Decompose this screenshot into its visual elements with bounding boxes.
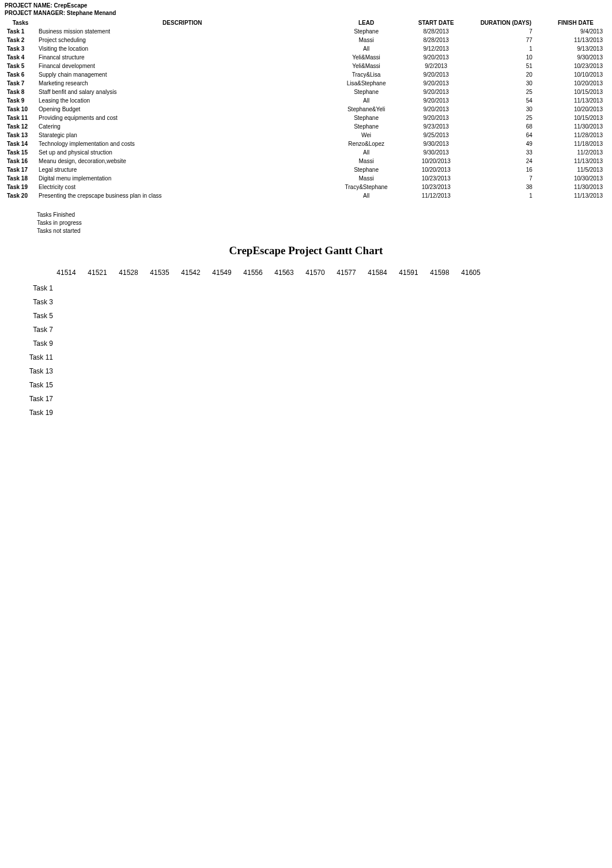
task-duration: 77	[468, 36, 544, 44]
task-finish-date: 10/15/2013	[544, 88, 607, 96]
task-duration: 64	[468, 131, 544, 139]
task-lead: All	[328, 148, 405, 157]
task-description: Set up and physical struction	[36, 148, 328, 157]
task-lead: Stephane&Yeli	[328, 105, 405, 114]
task-finish-date: 11/13/2013	[544, 191, 607, 200]
col-header-description: DESCRIPTION	[36, 18, 328, 27]
col-header-finish: FINISH DATE	[544, 18, 607, 27]
task-start-date: 9/23/2013	[405, 122, 468, 131]
task-description: Financal development	[36, 62, 328, 70]
table-header-row: Tasks DESCRIPTION LEAD START DATE DURATI…	[5, 18, 607, 27]
y-label: Task 13	[22, 364, 58, 378]
table-row: Task 20Presenting the crepscape business…	[5, 191, 607, 200]
table-row: Task 18Digital menu implementationMassi1…	[5, 174, 607, 183]
task-duration: 33	[468, 148, 544, 157]
task-id: Task 16	[5, 157, 36, 165]
task-start-date: 8/28/2013	[405, 27, 468, 36]
project-manager-value: Stephane Menand	[67, 10, 116, 16]
x-tick: 41542	[175, 269, 206, 277]
col-header-start: START DATE	[405, 18, 468, 27]
task-lead: Massi	[328, 157, 405, 165]
tasks-table: Tasks DESCRIPTION LEAD START DATE DURATI…	[5, 18, 607, 200]
y-label: Task 5	[22, 309, 58, 323]
x-tick: 41577	[331, 269, 362, 277]
task-id: Task 18	[5, 174, 36, 183]
task-id: Task 4	[5, 53, 36, 62]
task-id: Task 6	[5, 70, 36, 79]
table-row: Task 15Set up and physical structionAll9…	[5, 148, 607, 157]
task-lead: All	[328, 191, 405, 200]
task-description: Digital menu implementation	[36, 174, 328, 183]
task-finish-date: 10/30/2013	[544, 174, 607, 183]
task-lead: Wei	[328, 131, 405, 139]
task-finish-date: 11/13/2013	[544, 96, 607, 105]
task-duration: 25	[468, 88, 544, 96]
task-duration: 68	[468, 122, 544, 131]
task-description: Starategic plan	[36, 131, 328, 139]
task-description: Providing equipments and cost	[36, 114, 328, 122]
task-duration: 10	[468, 53, 544, 62]
x-tick: 41570	[300, 269, 331, 277]
task-description: Leasing the location	[36, 96, 328, 105]
table-row: Task 12CateringStephane9/23/20136811/30/…	[5, 122, 607, 131]
x-tick: 41584	[362, 269, 393, 277]
task-finish-date: 11/5/2013	[544, 165, 607, 174]
task-id: Task 14	[5, 139, 36, 148]
task-description: Technology implementation and costs	[36, 139, 328, 148]
table-row: Task 14Technology implementation and cos…	[5, 139, 607, 148]
x-tick: 41598	[424, 269, 455, 277]
x-tick: 41605	[455, 269, 486, 277]
task-start-date: 10/20/2013	[405, 157, 468, 165]
table-row: Task 8Staff benfit and salary analysisSt…	[5, 88, 607, 96]
task-duration: 54	[468, 96, 544, 105]
y-label: Task 9	[22, 337, 58, 350]
table-row: Task 9Leasing the locationAll9/20/201354…	[5, 96, 607, 105]
task-id: Task 5	[5, 62, 36, 70]
task-lead: Yeli&Massi	[328, 53, 405, 62]
table-row: Task 17Legal structureStephane10/20/2013…	[5, 165, 607, 174]
task-lead: All	[328, 96, 405, 105]
task-lead: Tracy&Stephane	[328, 183, 405, 191]
y-label: Task 7	[22, 323, 58, 337]
x-tick: 41563	[269, 269, 300, 277]
task-finish-date: 11/28/2013	[544, 131, 607, 139]
task-lead: Stephane	[328, 165, 405, 174]
table-row: Task 10Opening BudgetStephane&Yeli9/20/2…	[5, 105, 607, 114]
legend-in-progress: Tasks in progress	[37, 220, 607, 226]
table-row: Task 5Financal developmentYeli&Massi9/2/…	[5, 62, 607, 70]
task-lead: Stephane	[328, 114, 405, 122]
table-row: Task 19Electricity costTracy&Stephane10/…	[5, 183, 607, 191]
task-start-date: 9/30/2013	[405, 148, 468, 157]
col-header-duration: DURATION (DAYS)	[468, 18, 544, 27]
task-description: Legal structure	[36, 165, 328, 174]
table-row: Task 1Business mission statementStephane…	[5, 27, 607, 36]
table-row: Task 11Providing equipments and costStep…	[5, 114, 607, 122]
table-row: Task 7Marketing researchLisa&Stephane9/2…	[5, 79, 607, 88]
table-row: Task 6Supply chain managementTracy&Lisa9…	[5, 70, 607, 79]
task-id: Task 12	[5, 122, 36, 131]
task-finish-date: 10/23/2013	[544, 62, 607, 70]
x-tick: 41528	[113, 269, 144, 277]
task-start-date: 9/20/2013	[405, 96, 468, 105]
legend: Tasks Finished Tasks in progress Tasks n…	[37, 212, 607, 234]
task-lead: Renzo&Lopez	[328, 139, 405, 148]
task-start-date: 10/23/2013	[405, 174, 468, 183]
task-lead: Yeli&Massi	[328, 62, 405, 70]
project-name-line: PROJECT NAME: CrepEscape	[5, 2, 607, 9]
task-id: Task 1	[5, 27, 36, 36]
task-id: Task 20	[5, 191, 36, 200]
task-id: Task 3	[5, 44, 36, 53]
y-label: Task 11	[22, 350, 58, 364]
task-finish-date: 11/30/2013	[544, 122, 607, 131]
task-description: Visiting the location	[36, 44, 328, 53]
col-header-lead: LEAD	[328, 18, 405, 27]
task-description: Supply chain management	[36, 70, 328, 79]
task-start-date: 9/20/2013	[405, 114, 468, 122]
task-start-date: 9/20/2013	[405, 105, 468, 114]
task-id: Task 17	[5, 165, 36, 174]
task-description: Electricity cost	[36, 183, 328, 191]
x-tick: 41535	[144, 269, 175, 277]
task-start-date: 9/20/2013	[405, 70, 468, 79]
task-finish-date: 9/13/2013	[544, 44, 607, 53]
task-lead: Stephane	[328, 122, 405, 131]
